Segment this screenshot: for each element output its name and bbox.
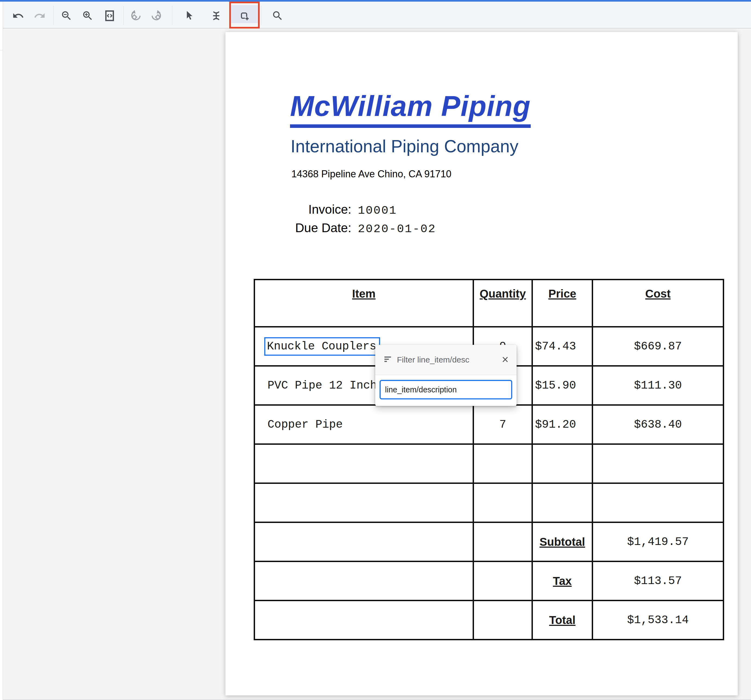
select-cursor-button[interactable] bbox=[182, 9, 195, 23]
search-icon bbox=[272, 10, 284, 23]
close-icon bbox=[501, 355, 509, 364]
document-canvas[interactable]: McWilliam Piping International Piping Co… bbox=[3, 28, 751, 700]
redo-button[interactable] bbox=[33, 9, 46, 23]
invoice-page: McWilliam Piping International Piping Co… bbox=[226, 32, 738, 695]
invoice-meta: Invoice: 10001 Due Date: 2020-01-02 bbox=[226, 202, 436, 239]
tax-label[interactable]: Tax bbox=[532, 562, 593, 601]
popup-header: Filter line_item/desc bbox=[375, 345, 516, 375]
window-accent-bar bbox=[0, 0, 751, 2]
text-select-icon bbox=[210, 10, 222, 23]
fit-to-page-icon bbox=[104, 10, 116, 23]
cell-price[interactable]: $91.20 bbox=[532, 405, 593, 444]
line-items-table: Item Quantity Price Cost Knuckle Coupler… bbox=[254, 279, 724, 640]
rotate-left-button[interactable] bbox=[130, 9, 142, 23]
cell-cost[interactable]: $111.30 bbox=[593, 366, 723, 405]
toolbar-divider bbox=[53, 6, 54, 25]
left-rail bbox=[0, 2, 3, 700]
cell-item[interactable]: Copper Pipe bbox=[255, 405, 473, 444]
undo-button[interactable] bbox=[12, 9, 25, 23]
tax-value[interactable]: $113.57 bbox=[593, 562, 723, 601]
filter-icon bbox=[383, 355, 392, 365]
subtotal-value[interactable]: $1,419.57 bbox=[593, 522, 723, 562]
invoice-number-row: Invoice: 10001 bbox=[226, 202, 436, 220]
company-title[interactable]: McWilliam Piping bbox=[290, 90, 531, 128]
toolbar-divider bbox=[124, 6, 124, 25]
header-price[interactable]: Price bbox=[532, 280, 593, 327]
total-value[interactable]: $1,533.14 bbox=[593, 601, 723, 640]
cell-price[interactable]: $15.90 bbox=[532, 366, 593, 405]
cell-price[interactable]: $74.43 bbox=[532, 327, 593, 366]
label-filter-popup: Filter line_item/desc line_item/descript… bbox=[375, 345, 516, 406]
redo-icon bbox=[34, 10, 46, 23]
header-quantity[interactable]: Quantity bbox=[473, 280, 532, 327]
annotated-token-box[interactable]: Knuckle Couplers bbox=[264, 337, 380, 356]
zoom-in-icon bbox=[82, 10, 94, 23]
subtotal-row: Subtotal $1,419.57 bbox=[255, 522, 723, 562]
annotation-toolbar bbox=[3, 2, 751, 28]
table-header-row: Item Quantity Price Cost bbox=[255, 280, 723, 327]
toolbar-divider bbox=[172, 6, 172, 25]
cell-cost[interactable]: $669.87 bbox=[593, 327, 723, 366]
rotate-right-button[interactable] bbox=[150, 9, 163, 23]
zoom-out-button[interactable] bbox=[60, 9, 73, 23]
total-row: Total $1,533.14 bbox=[255, 601, 723, 640]
invoice-label[interactable]: Invoice: bbox=[226, 202, 351, 217]
undo-icon bbox=[12, 10, 24, 23]
add-bounding-box-icon bbox=[238, 10, 250, 23]
due-date-label[interactable]: Due Date: bbox=[226, 220, 351, 235]
close-button[interactable] bbox=[500, 354, 511, 365]
cell-quantity[interactable]: 7 bbox=[473, 405, 532, 444]
table-row-empty bbox=[255, 444, 723, 483]
company-address[interactable]: 14368 Pipeline Ave Chino, CA 91710 bbox=[291, 168, 451, 180]
rotate-left-icon bbox=[130, 10, 142, 23]
zoom-out-icon bbox=[60, 10, 73, 23]
text-select-button[interactable] bbox=[210, 9, 223, 23]
add-bounding-box-button[interactable] bbox=[238, 9, 251, 23]
cell-cost[interactable]: $638.40 bbox=[593, 405, 723, 444]
rotate-right-icon bbox=[150, 10, 162, 23]
toolbar-divider bbox=[261, 6, 261, 25]
fit-to-page-button[interactable] bbox=[103, 9, 116, 23]
due-date-row: Due Date: 2020-01-02 bbox=[226, 220, 436, 239]
company-subtitle[interactable]: International Piping Company bbox=[291, 136, 518, 156]
due-date-value[interactable]: 2020-01-02 bbox=[358, 222, 436, 236]
total-label[interactable]: Total bbox=[532, 601, 593, 640]
zoom-in-button[interactable] bbox=[81, 9, 94, 23]
popup-body: line_item/description bbox=[375, 375, 516, 406]
header-item[interactable]: Item bbox=[255, 280, 473, 327]
tax-row: Tax $113.57 bbox=[255, 562, 723, 601]
header-cost[interactable]: Cost bbox=[593, 280, 723, 327]
search-button[interactable] bbox=[271, 9, 284, 23]
invoice-number[interactable]: 10001 bbox=[358, 204, 397, 217]
popup-title: Filter line_item/desc bbox=[397, 355, 500, 364]
table-row: Copper Pipe 7 $91.20 $638.40 bbox=[255, 405, 723, 444]
select-cursor-icon bbox=[183, 10, 195, 23]
rail-divider bbox=[0, 50, 3, 50]
label-option-selected[interactable]: line_item/description bbox=[380, 380, 512, 400]
subtotal-label[interactable]: Subtotal bbox=[532, 522, 593, 562]
table-row-empty bbox=[255, 483, 723, 522]
